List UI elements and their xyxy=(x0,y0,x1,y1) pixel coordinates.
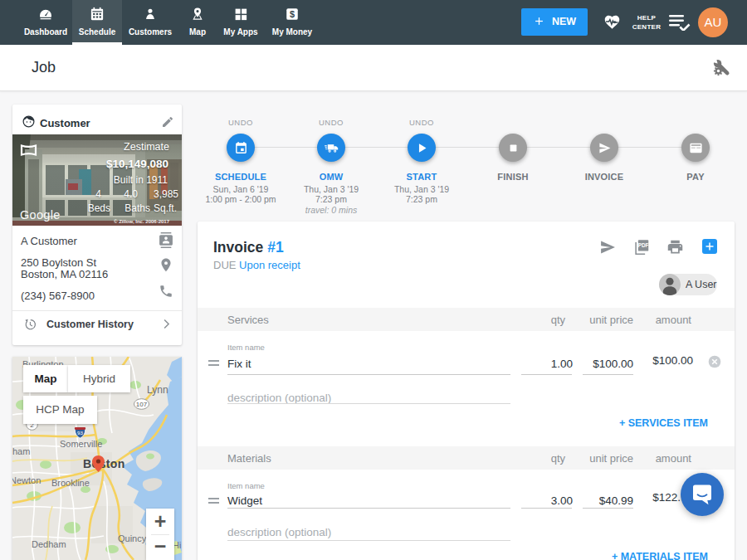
svg-text:PDF: PDF xyxy=(638,242,649,248)
svg-text:107: 107 xyxy=(136,401,148,408)
svg-text:$: $ xyxy=(290,9,295,19)
svg-text:93: 93 xyxy=(77,430,83,436)
